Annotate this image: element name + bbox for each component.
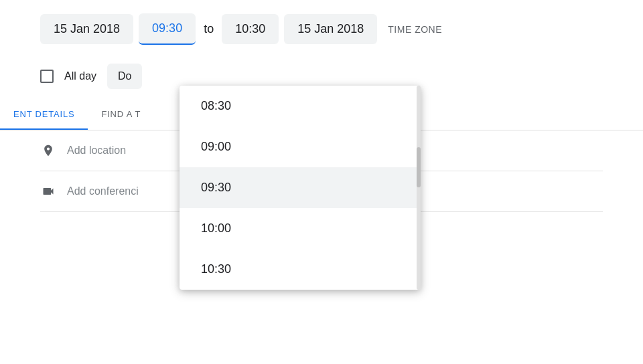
time-dropdown: 08:30 09:00 09:30 10:00 10:30 bbox=[180, 86, 421, 290]
time-option-0930[interactable]: 09:30 bbox=[180, 167, 421, 208]
to-separator: to bbox=[201, 22, 216, 36]
header-bar: 15 Jan 2018 09:30 to 10:30 15 Jan 2018 T… bbox=[0, 0, 643, 58]
time-option-0900[interactable]: 09:00 bbox=[180, 126, 421, 167]
tab-event-details[interactable]: ENT DETAILS bbox=[0, 100, 88, 130]
time-option-1030[interactable]: 10:30 bbox=[180, 249, 421, 290]
conference-icon bbox=[40, 183, 56, 199]
dropdown-scrollbar[interactable] bbox=[417, 86, 421, 290]
time-option-1000[interactable]: 10:00 bbox=[180, 208, 421, 249]
allday-checkbox[interactable] bbox=[40, 70, 54, 83]
end-date-chip[interactable]: 15 Jan 2018 bbox=[284, 14, 377, 44]
time-option-0830[interactable]: 08:30 bbox=[180, 86, 421, 126]
start-date-chip[interactable]: 15 Jan 2018 bbox=[40, 14, 133, 44]
start-time-chip[interactable]: 09:30 bbox=[139, 13, 196, 45]
location-icon bbox=[40, 143, 56, 159]
end-time-chip[interactable]: 10:30 bbox=[222, 14, 279, 44]
allday-label: All day bbox=[64, 70, 96, 82]
timezone-button[interactable]: TIME ZONE bbox=[382, 24, 447, 35]
dropdown-scrollbar-thumb bbox=[417, 147, 421, 187]
repeat-selector[interactable]: Do bbox=[107, 64, 142, 89]
tab-find-time[interactable]: FIND A T bbox=[88, 100, 154, 130]
